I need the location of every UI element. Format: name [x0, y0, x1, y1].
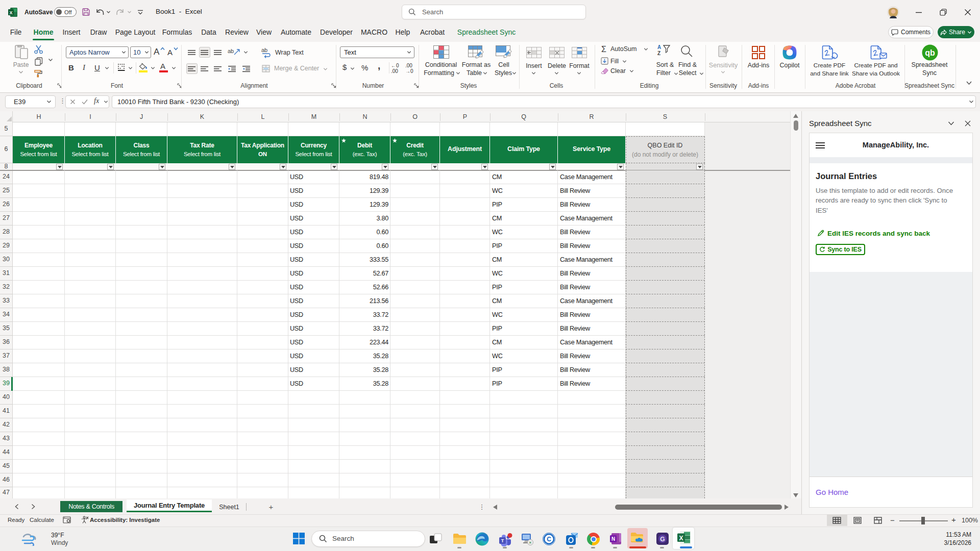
svg-text:N: N	[611, 536, 615, 542]
svg-text:X: X	[679, 535, 683, 542]
svg-text:T: T	[501, 538, 504, 543]
svg-text:X: X	[9, 10, 12, 15]
svg-text:C: C	[547, 536, 551, 543]
svg-text:✕: ✕	[529, 541, 532, 544]
svg-text:G: G	[660, 536, 665, 543]
svg-text:qb: qb	[925, 48, 935, 57]
